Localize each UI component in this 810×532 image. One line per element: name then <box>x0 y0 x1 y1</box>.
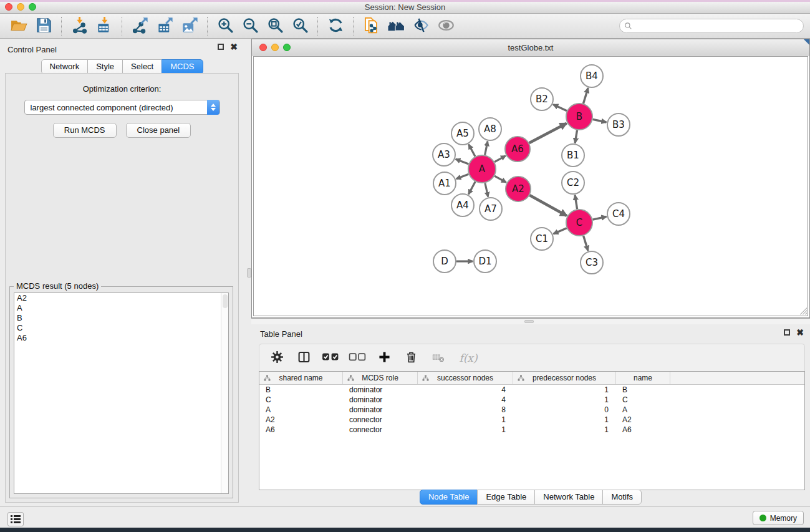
column-header-predecessor-nodes[interactable]: predecessor nodes <box>513 372 616 384</box>
graph-node-A5[interactable]: A5 <box>451 122 474 145</box>
tab-select[interactable]: Select <box>122 59 162 74</box>
memory-button[interactable]: Memory <box>753 511 804 525</box>
table-row[interactable]: Adominator80A <box>259 405 804 415</box>
close-panel-icon[interactable]: ✖ <box>796 329 804 336</box>
graph-node-A3[interactable]: A3 <box>433 143 455 166</box>
splitpane-divider-grip[interactable] <box>247 268 251 278</box>
mcds-result-item[interactable]: A <box>14 303 228 313</box>
column-header-name[interactable]: name <box>616 372 670 384</box>
apply-preferred-layout-button[interactable] <box>323 16 348 37</box>
table-cell[interactable]: 1 <box>513 395 616 405</box>
graph-node-B[interactable]: B <box>566 104 592 130</box>
table-cell[interactable]: 1 <box>418 415 513 425</box>
graph-node-A4[interactable]: A4 <box>451 194 474 216</box>
export-image-button[interactable] <box>177 16 202 37</box>
mcds-result-item[interactable]: C <box>14 323 228 333</box>
tab-motifs[interactable]: Motifs <box>602 490 642 505</box>
tab-edge-table[interactable]: Edge Table <box>477 490 535 505</box>
table-cell[interactable]: 1 <box>513 425 616 435</box>
zoom-selected-region-button[interactable] <box>287 16 312 37</box>
graph-edge-A-A7[interactable] <box>485 183 488 197</box>
graph-node-A2[interactable]: A2 <box>506 177 531 201</box>
horizontal-divider-grip[interactable] <box>524 320 534 323</box>
column-header-successor-nodes[interactable]: successor nodes <box>418 372 513 384</box>
new-network-from-selection-button[interactable] <box>359 16 383 37</box>
table-cell[interactable]: A6 <box>259 425 343 435</box>
tab-node-table[interactable]: Node Table <box>420 490 478 505</box>
graph-node-B2[interactable]: B2 <box>531 88 553 110</box>
criterion-dropdown[interactable]: largest connected component (directed) <box>24 100 220 115</box>
table-cell[interactable]: A <box>259 405 343 415</box>
search-box[interactable] <box>619 19 804 33</box>
graph-edge-B-B1[interactable] <box>575 130 577 143</box>
result-list-scrollbar[interactable] <box>221 293 228 493</box>
graph-edge-B-B4[interactable] <box>584 88 589 104</box>
table-mode-button[interactable] <box>269 351 284 365</box>
table-cell[interactable]: dominator <box>343 405 418 415</box>
import-network-from-file-button[interactable] <box>67 16 92 37</box>
graph-node-A6[interactable]: A6 <box>505 137 530 162</box>
graph-node-A8[interactable]: A8 <box>479 118 501 140</box>
graph-edge-A-A6[interactable] <box>494 156 506 162</box>
table-row[interactable]: Bdominator41B <box>259 385 804 395</box>
tab-style[interactable]: Style <box>87 59 123 74</box>
table-cell[interactable]: 1 <box>513 385 616 395</box>
open-session-button[interactable] <box>6 16 31 37</box>
create-new-column-button[interactable] <box>377 351 392 365</box>
graph-edge-B-B3[interactable] <box>593 119 607 122</box>
table-cell[interactable]: 8 <box>418 405 513 415</box>
task-history-button[interactable] <box>7 512 24 526</box>
table-row[interactable]: A6connector11A6 <box>259 425 804 435</box>
graph-edge-C-C1[interactable] <box>553 228 566 234</box>
tab-network-table[interactable]: Network Table <box>534 490 603 505</box>
graph-edge-A-A8[interactable] <box>485 142 488 155</box>
table-cell[interactable]: 4 <box>418 395 513 405</box>
mcds-result-list[interactable]: A2ABCA6 <box>14 293 229 494</box>
search-input[interactable] <box>633 21 803 32</box>
float-panel-icon[interactable] <box>218 44 224 50</box>
export-table-button[interactable] <box>152 16 177 37</box>
graph-node-C3[interactable]: C3 <box>581 251 603 274</box>
zoom-fit-content-button[interactable] <box>263 16 287 37</box>
birdseye-view-button[interactable] <box>433 16 458 37</box>
export-network-button[interactable] <box>127 16 152 37</box>
graph-edge-A-A2[interactable] <box>494 176 506 182</box>
table-cell[interactable]: B <box>616 385 670 395</box>
table-cell[interactable]: connector <box>343 425 418 435</box>
table-cell[interactable]: dominator <box>343 395 418 405</box>
table-cell[interactable]: 1 <box>418 425 513 435</box>
show-hide-graphics-details-button[interactable] <box>408 16 433 37</box>
graph-node-A[interactable]: A <box>468 155 496 183</box>
graph-edge-A-A4[interactable] <box>468 181 475 194</box>
table-row[interactable]: Cdominator41C <box>259 395 804 405</box>
mcds-result-item[interactable]: A6 <box>14 333 228 343</box>
zoom-out-button[interactable] <box>238 16 263 37</box>
graph-node-A7[interactable]: A7 <box>480 198 502 220</box>
graph-node-D[interactable]: D <box>433 250 456 273</box>
graph-node-C[interactable]: C <box>566 210 592 236</box>
import-table-from-file-button[interactable] <box>92 16 117 37</box>
table-cell[interactable]: A <box>616 405 670 415</box>
run-mcds-button[interactable]: Run MCDS <box>53 123 117 138</box>
graph-node-C2[interactable]: C2 <box>562 172 584 194</box>
close-panel-button[interactable]: Close panel <box>126 123 191 138</box>
graph-node-B3[interactable]: B3 <box>607 114 630 136</box>
graph-edge-A6-B[interactable] <box>529 123 567 143</box>
table-cell[interactable]: A2 <box>616 415 670 425</box>
table-cell[interactable]: 0 <box>513 405 616 415</box>
table-cell[interactable]: A6 <box>616 425 670 435</box>
dropdown-stepper-icon[interactable] <box>207 100 219 115</box>
column-header-MCDS-role[interactable]: MCDS role <box>343 372 418 384</box>
show-all-columns-button[interactable] <box>323 351 338 365</box>
table-cell[interactable]: dominator <box>343 385 418 395</box>
table-row[interactable]: A2connector11A2 <box>259 415 804 425</box>
graph-edge-C-C2[interactable] <box>575 195 577 210</box>
table-cell[interactable]: C <box>259 395 343 405</box>
graph-edge-A-A1[interactable] <box>456 174 469 179</box>
save-session-button[interactable] <box>31 16 56 37</box>
toggle-panel-layout-button[interactable] <box>296 351 311 365</box>
close-panel-icon[interactable]: ✖ <box>230 44 238 50</box>
ndex-home-button[interactable] <box>383 16 408 37</box>
hide-all-columns-button[interactable] <box>350 351 365 365</box>
mcds-result-item[interactable]: A2 <box>14 293 228 303</box>
